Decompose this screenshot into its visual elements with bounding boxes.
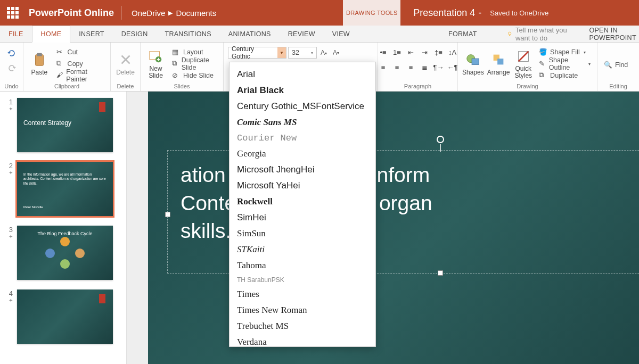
numbering-button[interactable]: 1≡ bbox=[392, 47, 403, 57]
arrange-label: Arrange bbox=[487, 69, 510, 76]
font-option[interactable]: STKaiti bbox=[230, 242, 375, 258]
font-option[interactable]: Microsoft JhengHei bbox=[230, 162, 375, 178]
font-option[interactable]: Tahoma bbox=[230, 258, 375, 274]
breadcrumb-folder[interactable]: Documents bbox=[176, 9, 216, 18]
hide-slide-button[interactable]: ⊘Hide Slide bbox=[170, 70, 219, 81]
document-title[interactable]: Presentation 4 bbox=[413, 7, 475, 19]
group-label-undo: Undo bbox=[0, 83, 23, 91]
duplicate-button[interactable]: ⧉Duplicate bbox=[537, 70, 593, 81]
font-name-dropdown-icon[interactable]: ▼ bbox=[277, 47, 286, 58]
duplicate-slide-button[interactable]: ⧉Duplicate Slide bbox=[170, 59, 219, 69]
new-slide-button[interactable]: New Slide bbox=[145, 46, 167, 81]
tab-insert[interactable]: INSERT bbox=[70, 26, 112, 42]
copy-button[interactable]: ⧉Copy bbox=[54, 59, 106, 69]
thumbnail-row[interactable]: 1✦Content Strategy bbox=[5, 98, 121, 152]
rotate-handle-icon[interactable] bbox=[437, 136, 444, 143]
font-option[interactable]: Comic Sans MS bbox=[230, 114, 375, 130]
quick-styles-label: Quick Styles bbox=[514, 65, 532, 79]
cut-button[interactable]: ✂Cut bbox=[54, 47, 106, 57]
thumbnail-row[interactable]: 3✦The Blog Feedback Cycle bbox=[5, 226, 121, 280]
font-name-value[interactable]: Century Gothic bbox=[228, 45, 277, 60]
tab-design[interactable]: DESIGN bbox=[113, 26, 157, 42]
font-option[interactable]: Trebuchet MS bbox=[230, 318, 375, 334]
shapes-button[interactable]: Shapes bbox=[462, 46, 484, 81]
font-dropdown-menu[interactable]: ArialArial BlackCentury Gothic_MSFontSer… bbox=[229, 62, 376, 347]
slide-thumbnail[interactable]: In the information age, we are all infor… bbox=[17, 162, 113, 216]
font-option[interactable]: Microsoft YaHei bbox=[230, 178, 375, 194]
font-size-value[interactable]: 32 bbox=[289, 49, 308, 56]
rtl-button[interactable]: ←¶ bbox=[447, 62, 458, 72]
tab-file[interactable]: FILE bbox=[0, 26, 32, 42]
contextual-tab-drawing-tools[interactable]: DRAWING TOOLS bbox=[343, 0, 400, 26]
breadcrumb-root[interactable]: OneDrive bbox=[132, 9, 165, 18]
bullets-button[interactable]: •≡ bbox=[378, 47, 389, 57]
layout-button[interactable]: ▦Layout bbox=[170, 47, 219, 57]
font-option[interactable]: SimHei bbox=[230, 210, 375, 226]
arrange-button[interactable]: Arrange bbox=[487, 46, 510, 81]
slide-thumbnail[interactable]: The Blog Feedback Cycle bbox=[17, 226, 113, 280]
font-option[interactable]: Courier New bbox=[230, 130, 375, 146]
align-right-button[interactable]: ≡ bbox=[406, 62, 416, 72]
font-option[interactable]: Arial bbox=[230, 67, 375, 82]
resize-handle-left[interactable] bbox=[165, 212, 170, 217]
font-option[interactable]: Verdana bbox=[230, 334, 375, 350]
tab-review[interactable]: REVIEW bbox=[280, 26, 324, 42]
slide-number: 1 bbox=[5, 98, 13, 106]
line-spacing-button[interactable]: ‡≡ bbox=[433, 47, 444, 57]
shrink-font-button[interactable]: A▾ bbox=[331, 47, 341, 58]
font-option[interactable]: Century Gothic_MSFontService bbox=[230, 98, 375, 114]
font-size-combo[interactable]: 32 ▾ bbox=[288, 47, 317, 59]
app-launcher-icon[interactable] bbox=[0, 0, 26, 26]
current-slide[interactable]: ation age, we are all inform Content cre… bbox=[148, 92, 639, 364]
paste-label: Paste bbox=[31, 69, 47, 76]
increase-indent-button[interactable]: ⇥ bbox=[420, 47, 430, 57]
hide-slide-icon: ⊘ bbox=[172, 71, 181, 80]
open-in-powerpoint[interactable]: OPEN IN POWERPOINT bbox=[589, 26, 639, 42]
ltr-button[interactable]: ¶→ bbox=[433, 62, 444, 72]
tab-home[interactable]: HOME bbox=[32, 26, 71, 43]
align-center-button[interactable]: ≡ bbox=[392, 62, 403, 72]
undo-button[interactable] bbox=[6, 48, 17, 59]
slide-thumbnail-panel[interactable]: 1✦Content Strategy2✦In the information a… bbox=[0, 92, 127, 364]
group-label-editing: Editing bbox=[597, 83, 639, 91]
tab-format[interactable]: FORMAT bbox=[440, 26, 486, 42]
font-option[interactable]: Rockwell bbox=[230, 194, 375, 210]
tab-animations[interactable]: ANIMATIONS bbox=[220, 26, 280, 42]
format-painter-button[interactable]: 🖌Format Painter bbox=[54, 70, 106, 81]
group-label-slides: Slides bbox=[141, 83, 223, 91]
breadcrumb[interactable]: OneDrive ▶ Documents bbox=[121, 6, 226, 20]
font-option[interactable]: Georgia bbox=[230, 146, 375, 162]
font-option[interactable]: Arial Black bbox=[230, 82, 375, 98]
slide-thumbnail[interactable] bbox=[17, 289, 113, 344]
tell-me-search[interactable]: Tell me what you want to do bbox=[507, 26, 579, 42]
font-option[interactable]: Times bbox=[230, 286, 375, 302]
decrease-indent-button[interactable]: ⇤ bbox=[406, 47, 416, 57]
text-direction-button[interactable]: ↕A bbox=[447, 47, 458, 57]
shape-fill-button[interactable]: 🪣Shape Fill▾ bbox=[537, 47, 593, 57]
thumbnail-row[interactable]: 4✦ bbox=[5, 289, 121, 344]
font-option[interactable]: Times New Roman bbox=[230, 302, 375, 318]
tab-view[interactable]: VIEW bbox=[324, 26, 358, 42]
paste-button[interactable]: Paste bbox=[28, 46, 51, 81]
slide-thumbnail[interactable]: Content Strategy bbox=[17, 98, 113, 152]
tab-transitions[interactable]: TRANSITIONS bbox=[156, 26, 219, 42]
font-size-dropdown-icon[interactable]: ▾ bbox=[308, 47, 316, 58]
thumbnail-row[interactable]: 2✦In the information age, we are all inf… bbox=[5, 162, 121, 216]
redo-button[interactable] bbox=[6, 63, 17, 73]
scissors-icon: ✂ bbox=[56, 48, 65, 56]
resize-handle-bottom[interactable] bbox=[438, 270, 443, 276]
grow-font-button[interactable]: A▴ bbox=[318, 47, 329, 58]
search-icon: 🔍 bbox=[604, 61, 612, 69]
justify-button[interactable]: ≣ bbox=[420, 62, 430, 72]
find-button[interactable]: 🔍Find bbox=[602, 60, 630, 70]
new-slide-label: New Slide bbox=[149, 65, 163, 79]
font-option[interactable]: TH SarabunPSK bbox=[230, 274, 375, 286]
group-label-delete: Delete bbox=[111, 83, 140, 91]
slide-canvas[interactable]: ation age, we are all inform Content cre… bbox=[127, 92, 639, 364]
font-name-combo[interactable]: Century Gothic ▼ bbox=[228, 47, 286, 59]
align-left-button[interactable]: ≡ bbox=[378, 62, 389, 72]
shape-outline-button[interactable]: ✎Shape Outline▾ bbox=[537, 59, 593, 69]
quick-styles-button[interactable]: Quick Styles bbox=[513, 46, 534, 81]
delete-button[interactable]: Delete bbox=[115, 46, 136, 81]
font-option[interactable]: SimSun bbox=[230, 226, 375, 242]
